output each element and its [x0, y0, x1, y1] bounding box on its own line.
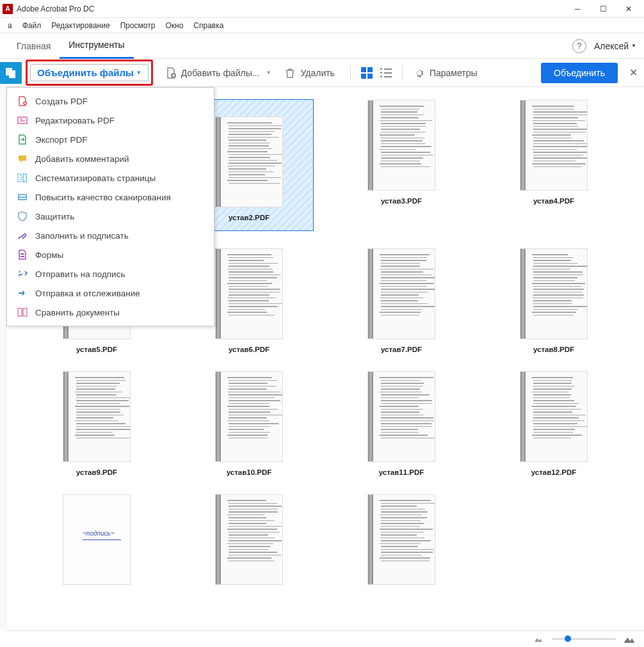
- file-item[interactable]: [337, 494, 465, 591]
- dropdown-item-label: Сравнить документы: [35, 308, 120, 317]
- trash-icon: [284, 67, 296, 79]
- svg-text:x: x: [19, 269, 21, 273]
- left-clipped-panel: [0, 87, 6, 630]
- minimize-button[interactable]: ─: [565, 0, 590, 18]
- tabs-header: Главная Инструменты ? Алексей ▼: [0, 33, 644, 59]
- export-pdf-icon: [16, 133, 29, 146]
- zoom-bar: [6, 630, 644, 647]
- svg-rect-12: [23, 308, 27, 316]
- fill-sign-icon: [16, 229, 29, 242]
- zoom-out-icon[interactable]: [534, 634, 543, 645]
- file-item[interactable]: [185, 494, 313, 591]
- app-title: Adobe Acrobat Pro DC: [17, 4, 94, 13]
- delete-button[interactable]: Удалить: [280, 64, 338, 82]
- list-view-button[interactable]: [379, 66, 393, 80]
- combine-files-label: Объединить файлы: [37, 67, 134, 78]
- file-item[interactable]: устав8.PDF: [490, 248, 618, 353]
- zoom-slider[interactable]: [552, 638, 616, 640]
- combine-tool-icon[interactable]: [0, 62, 22, 84]
- file-name: устав10.PDF: [227, 468, 272, 476]
- file-item[interactable]: устав9.PDF: [33, 371, 161, 476]
- dropdown-item-label: Заполнить и подписать: [35, 231, 129, 241]
- file-thumbnail: [215, 248, 283, 339]
- file-item[interactable]: устав12.PDF: [490, 371, 618, 476]
- zoom-in-icon[interactable]: [623, 631, 636, 647]
- dropdown-item-send-sign[interactable]: xОтправить на подпись: [7, 264, 214, 284]
- file-item[interactable]: устав11.PDF: [337, 371, 465, 476]
- file-thumbnail: [520, 371, 588, 462]
- dropdown-item-label: Редактировать PDF: [35, 116, 115, 125]
- file-thumbnail: [215, 371, 283, 462]
- list-icon: [380, 68, 392, 77]
- dropdown-item-forms[interactable]: Формы: [7, 245, 214, 264]
- file-item[interactable]: устав10.PDF: [185, 371, 313, 476]
- menu-edit[interactable]: Редактирование: [46, 21, 115, 30]
- file-thumbnail: [215, 494, 283, 585]
- combine-action-label: Объединить: [554, 68, 605, 78]
- file-name: устав7.PDF: [381, 346, 422, 353]
- dropdown-item-export-pdf[interactable]: Экспорт PDF: [7, 130, 214, 149]
- organize-icon: [16, 172, 29, 184]
- svg-rect-5: [18, 174, 21, 182]
- grid-view-button[interactable]: [360, 66, 374, 80]
- file-thumbnail: ~подпись~: [63, 494, 131, 585]
- add-files-button[interactable]: Добавить файлы... ▼: [161, 64, 275, 82]
- file-item[interactable]: устав4.PDF: [490, 100, 618, 230]
- help-icon[interactable]: ?: [572, 39, 586, 53]
- params-button[interactable]: Параметры: [409, 64, 481, 82]
- file-item[interactable]: устав7.PDF: [337, 248, 465, 353]
- file-thumbnail: [215, 116, 283, 207]
- dropdown-item-send-track[interactable]: Отправка и отслеживание: [7, 284, 214, 303]
- file-name: устав8.PDF: [533, 346, 574, 353]
- close-window-button[interactable]: ✕: [616, 0, 641, 18]
- dropdown-item-create-pdf[interactable]: Создать PDF: [7, 92, 214, 111]
- combine-files-dropdown[interactable]: Объединить файлы ▼: [26, 60, 153, 86]
- chevron-down-icon: ▼: [136, 70, 141, 76]
- dropdown-item-comment[interactable]: Добавить комментарий: [7, 149, 214, 168]
- file-item[interactable]: ~подпись~: [33, 494, 161, 591]
- menu-view[interactable]: Просмотр: [115, 21, 161, 30]
- dropdown-item-fill-sign[interactable]: Заполнить и подписать: [7, 226, 214, 245]
- dropdown-item-label: Добавить комментарий: [35, 154, 129, 164]
- file-name: устав12.PDF: [531, 468, 577, 476]
- dropdown-item-compare[interactable]: Сравнить документы: [7, 303, 214, 322]
- file-name: устав6.PDF: [229, 346, 270, 353]
- file-name: устав9.PDF: [76, 468, 117, 476]
- dropdown-item-label: Создать PDF: [35, 97, 88, 106]
- close-tool-button[interactable]: ✕: [623, 67, 644, 79]
- menu-clipped[interactable]: а: [3, 21, 17, 30]
- file-name: устав11.PDF: [379, 468, 424, 476]
- menu-file[interactable]: Файл: [17, 21, 47, 30]
- dropdown-item-enhance-scan[interactable]: Повысить качество сканирования: [7, 188, 214, 207]
- app-logo-icon: A: [3, 4, 13, 14]
- compare-icon: [16, 306, 29, 319]
- dropdown-item-shield[interactable]: Защитить: [7, 207, 214, 226]
- tab-home[interactable]: Главная: [8, 33, 60, 59]
- file-thumbnail: [367, 248, 435, 339]
- dropdown-item-label: Отправить на подпись: [35, 269, 125, 279]
- send-track-icon: [16, 287, 29, 300]
- file-thumbnail: [63, 371, 131, 462]
- create-pdf-icon: [16, 95, 29, 108]
- send-sign-icon: x: [16, 268, 29, 280]
- dropdown-item-organize[interactable]: Систематизировать страницы: [7, 168, 214, 188]
- grid-icon: [361, 67, 373, 79]
- file-name: устав4.PDF: [533, 197, 574, 205]
- zoom-slider-handle[interactable]: [565, 635, 571, 642]
- dropdown-item-edit-pdf[interactable]: Редактировать PDF: [7, 111, 214, 130]
- user-menu[interactable]: Алексей ▼: [594, 41, 636, 51]
- user-name: Алексей: [594, 41, 629, 51]
- maximize-button[interactable]: ☐: [590, 0, 616, 18]
- file-item[interactable]: устав3.PDF: [337, 100, 465, 230]
- dropdown-item-label: Систематизировать страницы: [35, 173, 156, 183]
- file-thumbnail: [520, 248, 588, 339]
- tab-tools[interactable]: Инструменты: [60, 33, 133, 59]
- titlebar: A Adobe Acrobat Pro DC ─ ☐ ✕: [0, 0, 644, 18]
- menu-help[interactable]: Справка: [188, 21, 229, 30]
- params-label: Параметры: [430, 68, 478, 78]
- menu-window[interactable]: Окно: [160, 21, 188, 30]
- svg-rect-4: [18, 117, 27, 124]
- file-name: устав3.PDF: [381, 197, 422, 205]
- combine-action-button[interactable]: Объединить: [541, 63, 618, 83]
- svg-rect-1: [9, 70, 15, 78]
